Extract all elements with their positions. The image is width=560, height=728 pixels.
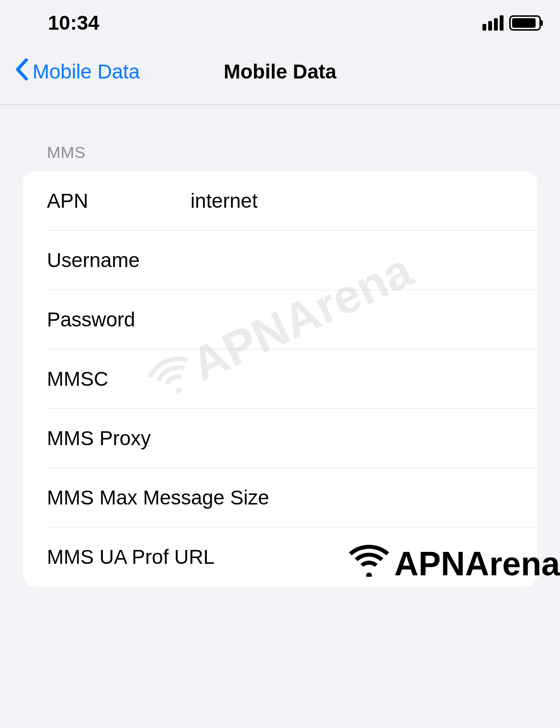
mmsc-label: MMSC <box>47 368 190 391</box>
page-title: Mobile Data <box>224 60 336 83</box>
mms-ua-prof-label: MMS UA Prof URL <box>47 546 214 569</box>
chevron-left-icon <box>14 58 29 85</box>
username-row[interactable]: Username <box>23 231 537 290</box>
status-bar: 10:34 <box>0 0 560 44</box>
back-label: Mobile Data <box>33 60 140 83</box>
password-row[interactable]: Password <box>23 290 537 349</box>
password-input[interactable] <box>190 308 537 331</box>
mms-proxy-row[interactable]: MMS Proxy <box>23 409 537 468</box>
username-input[interactable] <box>190 249 537 272</box>
mmsc-input[interactable] <box>190 368 537 391</box>
apn-input[interactable] <box>190 190 537 213</box>
mms-max-size-label: MMS Max Message Size <box>47 486 269 509</box>
mms-max-size-row[interactable]: MMS Max Message Size <box>23 468 537 527</box>
section-header: MMS <box>23 134 537 171</box>
signal-icon <box>482 15 504 31</box>
status-time: 10:34 <box>48 11 99 34</box>
back-button[interactable]: Mobile Data <box>14 58 140 85</box>
apn-label: APN <box>47 190 190 213</box>
password-label: Password <box>47 308 190 331</box>
mms-ua-prof-row[interactable]: MMS UA Prof URL <box>23 527 537 587</box>
apn-row[interactable]: APN <box>23 171 537 231</box>
navigation-bar: Mobile Data Mobile Data <box>0 44 560 105</box>
status-indicators <box>482 15 541 31</box>
mms-proxy-input[interactable] <box>190 427 537 450</box>
content-area: MMS APN Username Password MMSC MMS Proxy <box>0 105 560 587</box>
battery-icon <box>509 15 541 31</box>
settings-group: APN Username Password MMSC MMS Proxy MMS… <box>23 171 537 587</box>
username-label: Username <box>47 249 190 272</box>
mms-proxy-label: MMS Proxy <box>47 427 190 450</box>
mmsc-row[interactable]: MMSC <box>23 349 537 409</box>
